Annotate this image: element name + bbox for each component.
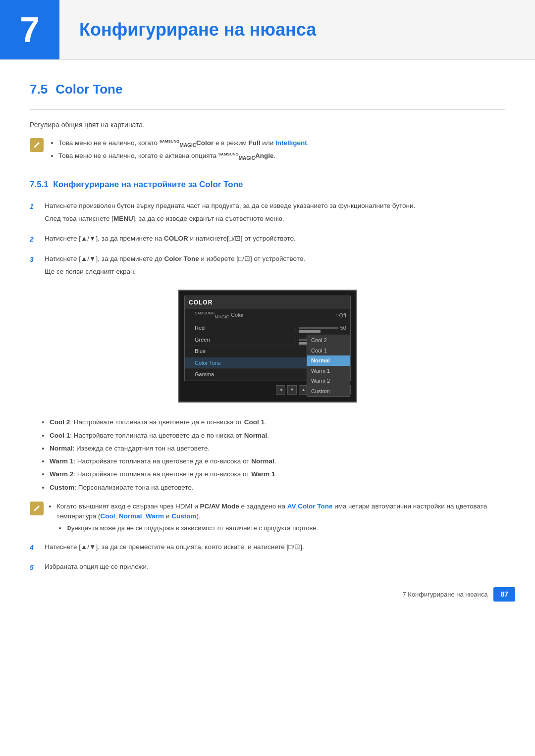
step-5-text: Избраната опция ще се приложи. [45, 562, 505, 572]
dropdown-warm2: Warm 2 [307, 376, 350, 386]
menu-header: COLOR [185, 296, 350, 309]
section-number: 7.5 [30, 80, 48, 99]
section-title-row: 7.5 Color Tone [30, 80, 505, 99]
bottom-note-primary: Когато външният вход е свързан чрез HDMI… [56, 502, 505, 533]
bottom-note-sub-item: Функцията може да не се поддържа в завис… [66, 523, 505, 533]
menu-item-red: Red : 50 [185, 322, 350, 334]
step-4-text: Натиснете [▲/▼], за да се преместите на … [45, 542, 505, 552]
step-4: 4 Натиснете [▲/▼], за да се преместите н… [30, 542, 505, 555]
page: 7 Конфигуриране на нюанса 7.5 Color Tone… [0, 0, 535, 611]
note-box: Това меню не е налично, когато SAMSUNGMA… [30, 138, 505, 163]
ctrl-left: ◄ [276, 385, 285, 395]
chapter-title-box: Конфигуриране на нюанса [59, 6, 535, 53]
step-1: 1 Натиснете произволен бутон върху предн… [30, 201, 505, 227]
ctrl-down: ▼ [287, 385, 297, 395]
dropdown-custom: Custom [307, 386, 350, 397]
content-area: 7.5 Color Tone Регулира общия цвят на ка… [0, 80, 535, 611]
step-4-number: 4 [30, 543, 39, 553]
subsection-title: 7.5.1 Конфигуриране на настройките за Co… [30, 178, 505, 191]
step-2-number: 2 [30, 234, 39, 245]
chapter-number: 7 [0, 0, 59, 59]
step-5-number: 5 [30, 562, 39, 573]
color-tone-dropdown: Cool 2 Cool 1 Normal Warm 1 Warm 2 Custo… [307, 335, 350, 397]
step-2: 2 Натиснете [▲/▼], за да преминете на CO… [30, 234, 505, 247]
bullet-cool2: Cool 2: Настройвате топлината на цветове… [50, 417, 505, 427]
bullet-cool1: Cool 1: Настройвате топлината на цветове… [50, 431, 505, 441]
step-2-text: Натиснете [▲/▼], за да преминете на COLO… [45, 234, 505, 244]
monitor-frame: COLOR SAMSUNGMAGIC Color : Off Red : [178, 290, 357, 403]
footer-text: 7 Конфигуриране на нюанса [402, 590, 487, 600]
step-1-subtext: След това натиснете [MENU], за да се изв… [45, 214, 505, 224]
dropdown-cool2: Cool 2 [307, 335, 350, 346]
step-5: 5 Избраната опция ще се приложи. [30, 562, 505, 575]
bullet-normal: Normal: Извежда се стандартния тон на цв… [50, 444, 505, 454]
note-icon [30, 138, 44, 152]
section-divider [30, 109, 505, 110]
step-3-text: Натиснете [▲/▼], за да преминете до Colo… [45, 254, 505, 264]
step-2-content: Натиснете [▲/▼], за да преминете на COLO… [45, 234, 505, 247]
note-item-2: Това меню не е налично, когато е активна… [58, 151, 309, 162]
note-content: Това меню не е налично, когато SAMSUNGMA… [49, 138, 309, 163]
bottom-note-list: Когато външният вход е свързан чрез HDMI… [49, 502, 505, 533]
step-3-subtext: Ще се появи следният екран. [45, 267, 505, 277]
section-name: Color Tone [55, 80, 122, 99]
section-description: Регулира общия цвят на картината. [30, 120, 505, 130]
menu-item-magic-color: SAMSUNGMAGIC Color : Off [185, 309, 350, 322]
page-footer: 7 Конфигуриране на нюанса 87 [402, 587, 515, 602]
color-menu: COLOR SAMSUNGMAGIC Color : Off Red : [184, 296, 351, 381]
note-item-1: Това меню не е налично, когато SAMSUNGMA… [58, 138, 309, 149]
bullet-warm1: Warm 1: Настройвате топлината на цветове… [50, 456, 505, 466]
chapter-title: Конфигуриране на нюанса [79, 16, 515, 43]
bullet-custom: Custom: Персонализирате тона на цветовет… [50, 483, 505, 493]
step-3-content: Натиснете [▲/▼], за да преминете до Colo… [45, 254, 505, 280]
chapter-header: 7 Конфигуриране на нюанса [0, 0, 535, 60]
dropdown-cool1: Cool 1 [307, 346, 350, 356]
dropdown-warm1: Warm 1 [307, 366, 350, 376]
step-4-content: Натиснете [▲/▼], за да се преместите на … [45, 542, 505, 555]
step-5-content: Избраната опция ще се приложи. [45, 562, 505, 575]
step-1-content: Натиснете произволен бутон върху преднат… [45, 201, 505, 227]
note-list: Това меню не е налично, когато SAMSUNGMA… [49, 138, 309, 161]
footer-page-number: 87 [493, 587, 515, 602]
step-3-number: 3 [30, 254, 39, 265]
step-1-text: Натиснете произволен бутон върху преднат… [45, 201, 505, 211]
options-list: Cool 2: Настройвате топлината на цветове… [30, 417, 505, 493]
step-1-number: 1 [30, 202, 39, 212]
bottom-note-box: Когато външният вход е свързан чрез HDMI… [30, 502, 505, 535]
bottom-note-sub: Функцията може да не се поддържа в завис… [56, 523, 505, 533]
bullet-warm2: Warm 2: Настройвате топлината на цветове… [50, 469, 505, 479]
bottom-note-content: Когато външният вход е свързан чрез HDMI… [49, 502, 505, 535]
dropdown-normal: Normal [307, 355, 350, 366]
monitor-simulation: COLOR SAMSUNGMAGIC Color : Off Red : [30, 290, 505, 403]
step-3: 3 Натиснете [▲/▼], за да преминете до Co… [30, 254, 505, 280]
bottom-note-icon [30, 502, 44, 515]
